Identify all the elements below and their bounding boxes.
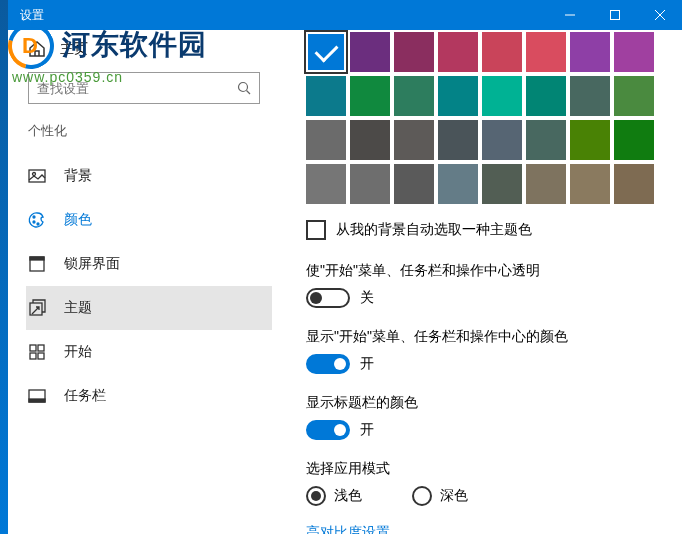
nav-taskbar[interactable]: 任务栏	[26, 374, 272, 418]
titlecolor-label: 显示标题栏的颜色	[306, 394, 662, 412]
svg-point-8	[33, 216, 35, 218]
titlebar: 设置	[8, 0, 682, 30]
nav-background[interactable]: 背景	[26, 154, 272, 198]
color-swatch[interactable]	[306, 164, 346, 204]
svg-point-10	[37, 223, 39, 225]
search-box[interactable]	[28, 72, 260, 104]
picture-icon	[28, 167, 46, 185]
nav-themes[interactable]: 主题	[26, 286, 272, 330]
search-icon	[237, 81, 251, 95]
color-swatch[interactable]	[570, 120, 610, 160]
color-swatch[interactable]	[614, 164, 654, 204]
svg-point-7	[33, 173, 36, 176]
color-swatch[interactable]	[350, 120, 390, 160]
color-swatch[interactable]	[306, 32, 346, 72]
color-swatch[interactable]	[570, 76, 610, 116]
svg-rect-13	[30, 303, 42, 315]
window-title: 设置	[20, 7, 44, 24]
nav-lockscreen[interactable]: 锁屏界面	[26, 242, 272, 286]
showcolor-state: 开	[360, 355, 374, 373]
main-panel: 从我的背景自动选取一种主题色 使"开始"菜单、任务栏和操作中心透明 关 显示"开…	[278, 30, 682, 534]
nav-label: 背景	[64, 167, 92, 185]
color-swatch[interactable]	[526, 76, 566, 116]
radio-icon	[412, 486, 432, 506]
svg-rect-15	[38, 345, 44, 351]
titlecolor-toggle[interactable]	[306, 420, 350, 440]
color-swatch[interactable]	[394, 76, 434, 116]
nav-label: 主题	[64, 299, 92, 317]
auto-color-checkbox[interactable]	[306, 220, 326, 240]
svg-point-4	[239, 83, 248, 92]
color-swatch[interactable]	[526, 164, 566, 204]
sidebar: 主页 个性化 背景 颜色 锁屏界面 主题	[8, 30, 278, 534]
nav-label: 任务栏	[64, 387, 106, 405]
settings-window: 设置 主页 个性化 背景 颜色	[8, 0, 682, 534]
color-swatch[interactable]	[438, 32, 478, 72]
nav-colors[interactable]: 颜色	[26, 198, 272, 242]
color-swatch[interactable]	[350, 32, 390, 72]
color-swatch[interactable]	[350, 164, 390, 204]
titlecolor-state: 开	[360, 421, 374, 439]
transparency-state: 关	[360, 289, 374, 307]
color-swatch[interactable]	[570, 164, 610, 204]
svg-rect-16	[30, 353, 36, 359]
color-swatch[interactable]	[438, 76, 478, 116]
color-swatch[interactable]	[482, 76, 522, 116]
section-label: 个性化	[28, 122, 277, 140]
appmode-label: 选择应用模式	[306, 460, 662, 478]
home-link[interactable]: 主页	[28, 40, 277, 58]
svg-rect-14	[30, 345, 36, 351]
color-swatch[interactable]	[394, 120, 434, 160]
showcolor-toggle[interactable]	[306, 354, 350, 374]
start-icon	[28, 343, 46, 361]
svg-line-5	[247, 91, 251, 95]
high-contrast-link[interactable]: 高对比度设置	[306, 524, 662, 534]
appmode-light[interactable]: 浅色	[306, 486, 362, 506]
home-icon	[28, 40, 46, 58]
showcolor-label: 显示"开始"菜单、任务栏和操作中心的颜色	[306, 328, 662, 346]
svg-rect-17	[38, 353, 44, 359]
color-swatch[interactable]	[614, 120, 654, 160]
color-swatch[interactable]	[306, 76, 346, 116]
maximize-button[interactable]	[592, 0, 637, 30]
taskbar-icon	[28, 387, 46, 405]
color-swatch[interactable]	[306, 120, 346, 160]
desktop-edge	[0, 0, 8, 534]
color-swatch[interactable]	[438, 120, 478, 160]
lockscreen-icon	[28, 255, 46, 273]
radio-label: 浅色	[334, 487, 362, 505]
nav-label: 颜色	[64, 211, 92, 229]
color-swatch[interactable]	[482, 32, 522, 72]
color-swatch[interactable]	[614, 76, 654, 116]
color-swatch[interactable]	[438, 164, 478, 204]
color-swatch[interactable]	[614, 32, 654, 72]
color-swatch[interactable]	[526, 120, 566, 160]
appmode-dark[interactable]: 深色	[412, 486, 468, 506]
color-grid	[306, 32, 662, 204]
search-input[interactable]	[37, 81, 237, 96]
nav-label: 开始	[64, 343, 92, 361]
nav-start[interactable]: 开始	[26, 330, 272, 374]
transparency-label: 使"开始"菜单、任务栏和操作中心透明	[306, 262, 662, 280]
nav-label: 锁屏界面	[64, 255, 120, 273]
palette-icon	[28, 211, 46, 229]
minimize-button[interactable]	[547, 0, 592, 30]
svg-rect-19	[29, 399, 45, 402]
radio-label: 深色	[440, 487, 468, 505]
color-swatch[interactable]	[394, 164, 434, 204]
svg-rect-1	[610, 11, 619, 20]
color-swatch[interactable]	[482, 120, 522, 160]
radio-icon	[306, 486, 326, 506]
color-swatch[interactable]	[350, 76, 390, 116]
color-swatch[interactable]	[394, 32, 434, 72]
auto-color-label: 从我的背景自动选取一种主题色	[336, 221, 532, 239]
color-swatch[interactable]	[482, 164, 522, 204]
home-label: 主页	[60, 40, 88, 58]
color-swatch[interactable]	[526, 32, 566, 72]
svg-point-9	[33, 221, 35, 223]
close-button[interactable]	[637, 0, 682, 30]
svg-rect-12	[30, 257, 44, 260]
transparency-toggle[interactable]	[306, 288, 350, 308]
theme-icon	[28, 299, 46, 317]
color-swatch[interactable]	[570, 32, 610, 72]
